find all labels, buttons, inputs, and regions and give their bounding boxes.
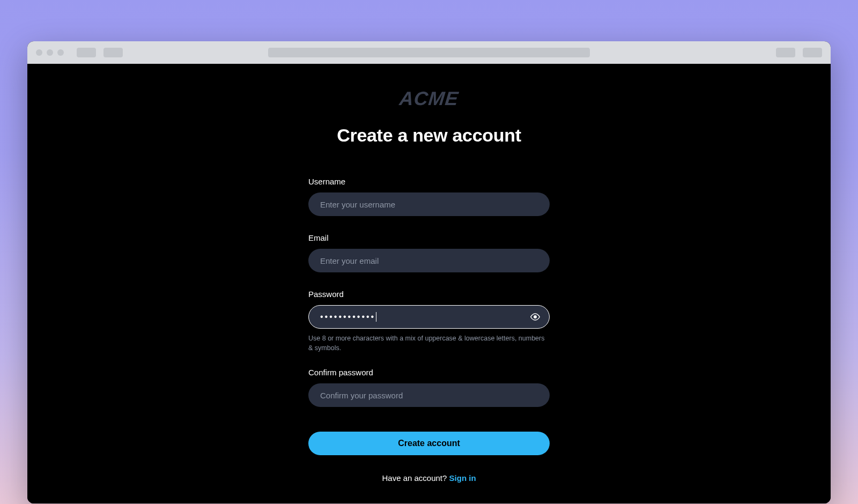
password-label: Password xyxy=(308,290,550,299)
email-field-group: Email xyxy=(308,233,550,272)
create-account-button[interactable]: Create account xyxy=(308,432,550,455)
email-input-wrapper xyxy=(308,249,550,272)
footer-text: Have an account? Sign in xyxy=(308,473,550,483)
address-bar-wrapper xyxy=(268,48,590,57)
confirm-password-input-wrapper xyxy=(308,383,550,407)
footer-prompt: Have an account? xyxy=(382,473,449,483)
nav-forward-button[interactable] xyxy=(103,48,123,57)
eye-icon[interactable] xyxy=(530,312,540,322)
toolbar-buttons xyxy=(776,48,822,57)
signin-link[interactable]: Sign in xyxy=(449,473,476,483)
nav-buttons xyxy=(77,48,123,57)
logo: ACME xyxy=(398,87,460,110)
traffic-light-close[interactable] xyxy=(36,49,42,56)
traffic-lights xyxy=(36,49,64,56)
address-bar[interactable] xyxy=(268,48,590,57)
username-input-wrapper xyxy=(308,192,550,216)
password-field-group: Password •••••••••••• Use 8 or more char… xyxy=(308,290,550,353)
email-input[interactable] xyxy=(308,249,550,272)
username-input[interactable] xyxy=(308,192,550,216)
password-input[interactable] xyxy=(308,305,550,329)
password-input-wrapper: •••••••••••• xyxy=(308,305,550,329)
page-content: ACME Create a new account Username Email… xyxy=(27,64,831,503)
svg-point-0 xyxy=(534,316,537,318)
toolbar-button-2[interactable] xyxy=(803,48,822,57)
confirm-password-label: Confirm password xyxy=(308,368,550,377)
username-field-group: Username xyxy=(308,177,550,216)
password-hint: Use 8 or more characters with a mix of u… xyxy=(308,334,550,353)
email-label: Email xyxy=(308,233,550,242)
browser-window: ACME Create a new account Username Email… xyxy=(27,41,831,503)
confirm-password-input[interactable] xyxy=(308,383,550,407)
page-title: Create a new account xyxy=(337,125,521,146)
traffic-light-minimize[interactable] xyxy=(47,49,53,56)
traffic-light-maximize[interactable] xyxy=(57,49,64,56)
browser-chrome xyxy=(27,41,831,64)
username-label: Username xyxy=(308,177,550,186)
confirm-password-field-group: Confirm password xyxy=(308,368,550,407)
signup-form: Username Email Password •••••••••••• xyxy=(308,177,550,483)
nav-back-button[interactable] xyxy=(77,48,96,57)
toolbar-button-1[interactable] xyxy=(776,48,795,57)
